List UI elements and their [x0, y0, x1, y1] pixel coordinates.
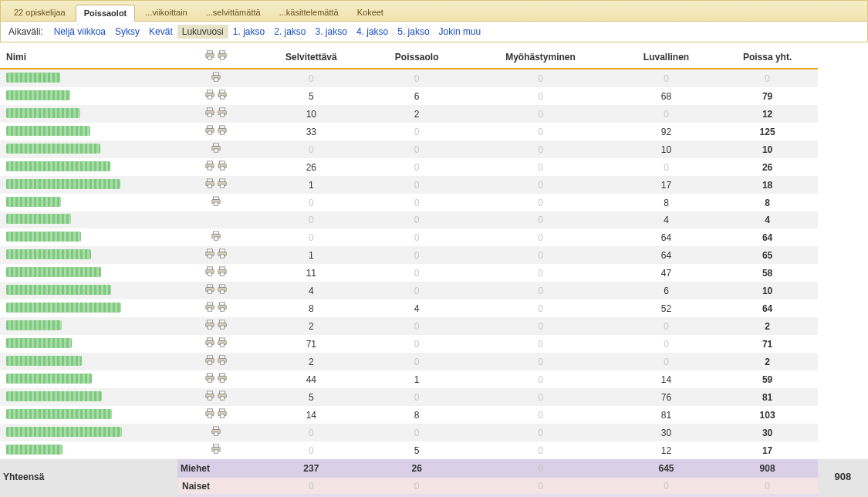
cell-selv: 0 [255, 441, 368, 459]
printer-icon[interactable] [217, 266, 228, 277]
cell-pois: 0 [368, 424, 466, 441]
tab-3[interactable]: ...selvittämättä [198, 4, 269, 21]
printer-icon[interactable] [204, 408, 215, 419]
printer-icon[interactable] [204, 107, 215, 118]
cell-luv: 30 [615, 424, 717, 441]
row-print-icons [177, 317, 255, 335]
svg-rect-95 [220, 379, 224, 382]
printer-icon[interactable] [204, 355, 215, 366]
printer-icon[interactable] [204, 320, 215, 330]
printer-icon[interactable] [211, 143, 221, 154]
printer-icon[interactable] [204, 248, 215, 259]
student-name[interactable] [0, 87, 177, 105]
student-name[interactable] [0, 158, 177, 176]
printer-icon[interactable] [217, 302, 228, 313]
printer-icon[interactable] [217, 50, 228, 61]
col-selvitettava[interactable]: Selvitettävä [255, 46, 368, 69]
printer-icon[interactable] [204, 373, 215, 384]
tab-2[interactable]: ...viikoittain [137, 4, 195, 21]
col-poissaolo[interactable]: Poissaolo [368, 46, 466, 69]
tab-1[interactable]: Poissaolot [76, 5, 136, 22]
printer-icon[interactable] [211, 231, 221, 242]
cell-luv: 8 [615, 194, 717, 211]
student-name[interactable] [0, 317, 177, 335]
student-name[interactable] [0, 264, 177, 282]
printer-icon[interactable] [204, 161, 215, 171]
student-name[interactable] [0, 282, 177, 299]
printer-icon[interactable] [217, 373, 228, 384]
student-name[interactable] [0, 370, 177, 388]
printer-icon[interactable] [204, 390, 215, 401]
cell-myoh: 0 [466, 105, 616, 123]
cell-selv: 0 [255, 194, 368, 211]
student-name[interactable] [0, 353, 177, 370]
printer-icon[interactable] [204, 302, 215, 313]
printer-icon[interactable] [204, 125, 215, 136]
svg-rect-33 [220, 161, 225, 164]
printer-icon[interactable] [211, 444, 221, 455]
student-name[interactable] [0, 123, 177, 140]
cell-pois: 0 [368, 194, 466, 211]
printer-icon[interactable] [217, 178, 228, 189]
row-print-icons [177, 406, 255, 424]
printer-icon[interactable] [217, 125, 228, 136]
printer-icon[interactable] [217, 337, 228, 348]
printer-icon[interactable] [217, 284, 228, 295]
printer-icon[interactable] [204, 266, 215, 277]
filter-3[interactable]: Lukuvuosi [177, 25, 228, 39]
student-name[interactable] [0, 246, 177, 264]
printer-icon[interactable] [217, 90, 228, 100]
printer-icon[interactable] [217, 320, 228, 330]
printer-icon[interactable] [211, 426, 221, 437]
printer-icon[interactable] [211, 196, 221, 207]
student-name[interactable] [0, 424, 177, 441]
student-name[interactable] [0, 105, 177, 123]
printer-icon[interactable] [217, 355, 228, 366]
cell-total: 58 [718, 264, 818, 282]
printer-icon[interactable] [217, 107, 228, 118]
student-name[interactable] [0, 176, 177, 194]
student-name[interactable] [0, 406, 177, 424]
filter-1[interactable]: Syksy [110, 25, 144, 39]
student-name[interactable] [0, 335, 177, 353]
filter-6[interactable]: 3. jakso [311, 25, 352, 39]
student-name[interactable] [0, 211, 177, 228]
printer-icon[interactable] [217, 248, 228, 259]
student-name[interactable] [0, 441, 177, 459]
printer-icon[interactable] [211, 72, 221, 83]
tab-5[interactable]: Kokeet [349, 4, 392, 21]
col-myohastyminen[interactable]: Myöhästyminen [466, 46, 616, 69]
col-luvallinen[interactable]: Luvallinen [615, 46, 717, 69]
student-name[interactable] [0, 194, 177, 211]
student-name[interactable] [0, 140, 177, 158]
filter-0[interactable]: Neljä viikkoa [49, 25, 110, 39]
summary-men-myoh: 0 [466, 459, 616, 478]
col-poissa-yht[interactable]: Poissa yht. [718, 46, 818, 69]
svg-rect-38 [208, 184, 211, 188]
student-name[interactable] [0, 388, 177, 406]
printer-icon[interactable] [204, 178, 215, 189]
filter-9[interactable]: Jokin muu [434, 25, 486, 39]
col-name[interactable]: Nimi [0, 46, 177, 69]
tab-4[interactable]: ...käsittelemättä [271, 4, 347, 21]
printer-icon[interactable] [204, 50, 215, 61]
svg-rect-57 [220, 267, 225, 270]
student-name[interactable] [0, 299, 177, 317]
tab-0[interactable]: 22 opiskelijaa [5, 4, 74, 21]
printer-icon[interactable] [204, 284, 215, 295]
cell-total: 59 [718, 370, 818, 388]
filter-7[interactable]: 4. jakso [352, 25, 393, 39]
printer-icon[interactable] [217, 408, 228, 419]
filter-5[interactable]: 2. jakso [269, 25, 310, 39]
table-row: 5606879 [0, 87, 868, 105]
printer-icon[interactable] [217, 390, 228, 401]
filter-2[interactable]: Kevät [144, 25, 177, 39]
printer-icon[interactable] [204, 337, 215, 348]
filter-4[interactable]: 1. jakso [228, 25, 269, 39]
printer-icon[interactable] [217, 161, 228, 171]
student-name[interactable] [0, 69, 177, 87]
printer-icon[interactable] [204, 90, 215, 100]
svg-rect-26 [220, 131, 224, 134]
student-name[interactable] [0, 228, 177, 246]
filter-8[interactable]: 5. jakso [393, 25, 434, 39]
